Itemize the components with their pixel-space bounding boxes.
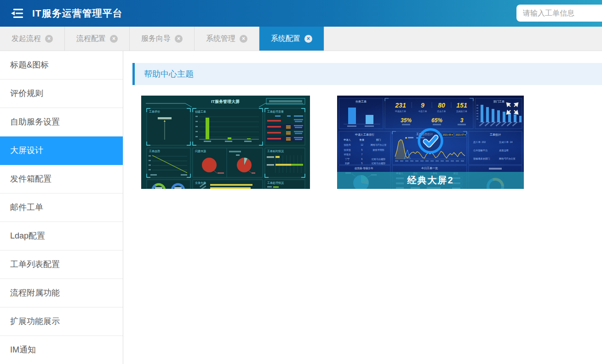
section-header: 帮助中心主题 (132, 63, 602, 85)
tab-label: 服务向导 (141, 34, 171, 44)
search-input[interactable] (516, 5, 602, 22)
section-title: 帮助中心主题 (144, 68, 194, 80)
micro-text-smudge (229, 151, 241, 153)
t1-panel-source-title: 问题来源 (195, 149, 206, 153)
rank-cell: 6 (361, 158, 363, 160)
stat-done-label: 完成的工单 (456, 110, 467, 113)
tab-start-process[interactable]: 发起流程 × (0, 27, 65, 51)
micro-text-smudge (267, 164, 274, 166)
tab-service-guide[interactable]: 服务向导 × (130, 27, 195, 51)
summary-done: 完成工单: 14 (499, 141, 513, 144)
tab-system-config[interactable]: 系统配置 × (259, 27, 324, 51)
rank-cell: 丁宁 (345, 158, 350, 160)
stat-applied-label: 申请的工单 (395, 110, 406, 113)
sidebar-item-im-notify[interactable]: IM通知 (0, 336, 123, 364)
t2-panel-summary-title: 工单统计 (490, 133, 501, 136)
sidebar-item-ldap-config[interactable]: Ldap配置 (0, 222, 123, 250)
tab-bar: 发起流程 × 流程配置 × 服务向导 × 系统管理 × 系统配置 × (0, 27, 602, 51)
rank-cell: 管理员 (344, 153, 351, 156)
rank-cell: 张思伟 (344, 143, 351, 147)
t1-panel-quality-title: 工单处理质量 (267, 110, 284, 114)
t1-panel-create-title: 创建工单 (195, 110, 206, 114)
summary-total: 总工单: 232 (473, 141, 486, 143)
micro-text-smudge (267, 156, 274, 158)
tab-close-icon[interactable]: × (304, 35, 312, 43)
stat-todo-value: 80 (438, 102, 445, 109)
tab-label: 发起流程 (11, 34, 41, 44)
t1-panel-eval-title: 工单评价 (149, 110, 160, 113)
stat-rate2: 65% (431, 117, 442, 124)
settings-sidebar: 标题&图标 评价规则 自助服务设置 大屏设计 发件箱配置 邮件工单 Ldap配置… (0, 51, 123, 364)
theme1-preview: IT服务管理大屏 (141, 96, 310, 189)
tab-label: 流程配置 (76, 34, 106, 44)
app-window: IT服务运营管理平台 发起流程 × 流程配置 × 服务向导 × 系统管理 × 系… (0, 0, 602, 364)
tab-close-icon[interactable]: × (175, 35, 183, 43)
sidebar-item-extensions[interactable]: 扩展功能展示 (0, 307, 123, 336)
t2-panel-rank-title: 申请人工单排行 (355, 133, 374, 136)
tab-system-manage[interactable]: 系统管理 × (195, 27, 259, 51)
summary-platform: 公共报修平台 (473, 149, 487, 152)
sidebar-item-mail-ticket[interactable]: 邮件工单 (0, 193, 123, 222)
stat-rate1: 35% (401, 117, 412, 124)
tab-close-icon[interactable]: × (110, 35, 118, 43)
main-content: 帮助中心主题 IT服务管理大屏 (123, 51, 602, 364)
stat-applied-value: 231 (395, 102, 406, 109)
rank-cell: 纪检与合规部 (372, 158, 385, 161)
sidebar-item-title-icon[interactable]: 标题&图标 (0, 51, 123, 80)
t2-panel-today-title: 今日工单一览 (421, 166, 438, 170)
rank-cell: 张俊强 (344, 148, 351, 152)
rank-cell: 刘婷 (345, 162, 350, 165)
micro-text-smudge (269, 100, 302, 102)
t2-panel-priority-title: 优先级-等级分布 (355, 167, 373, 170)
tab-label: 系统配置 (271, 34, 300, 44)
tab-label: 系统管理 (206, 34, 235, 44)
sidebar-item-process-addons[interactable]: 流程附属功能 (0, 279, 123, 307)
t2-panel-class-title: 分类工单 (355, 100, 367, 103)
t1-panel-handle-title: 工单处理情况 (267, 181, 284, 185)
micro-text-smudge (402, 124, 410, 125)
rank-cell: 纪检与合规部 (372, 162, 385, 165)
t1-panel-cost-title: 工单耗时情况 (267, 149, 284, 153)
t1-panel-trend-title: 工单趋势 (149, 149, 160, 153)
rank-cell: 财务管理部 (373, 148, 384, 152)
expand-fullscreen-icon[interactable] (505, 102, 519, 115)
rank-header-dept: 部门 (376, 138, 381, 142)
micro-text-smudge (218, 172, 224, 174)
sidebar-item-ticket-list-config[interactable]: 工单列表配置 (0, 250, 123, 279)
theme-caption-text: 经典大屏2 (407, 174, 453, 187)
micro-text-smudge (458, 124, 466, 125)
theme-card-classic-bigscreen-2[interactable]: 分类工单 231 9 80 151 (337, 96, 524, 189)
t2-panel-dept-title: 部门工单 (493, 100, 505, 103)
rank-header-count: 数量 (360, 138, 364, 141)
rank-header-applicant: 申请人 (344, 138, 351, 141)
theme-card-it-service-bigscreen[interactable]: IT服务管理大屏 (141, 96, 310, 189)
summary-most-dept-value: 网络与IT办公室 (499, 157, 516, 160)
theme1-title: IT服务管理大屏 (211, 99, 240, 104)
sidebar-item-outbox-config[interactable]: 发件箱配置 (0, 165, 123, 193)
date-filter-1[interactable]: 2021-06 ▾ (442, 133, 453, 136)
rank-cell: 5 (361, 162, 363, 165)
sidebar-item-selfservice[interactable]: 自助服务设置 (0, 108, 123, 136)
micro-text-smudge (158, 117, 172, 119)
rank-cell: 7 (361, 153, 363, 156)
summary-most-dept-label: 报修最多的部门 (473, 157, 490, 160)
stat-rate3: 3 (460, 117, 464, 124)
tab-close-icon[interactable]: × (45, 35, 53, 43)
micro-text-smudge (489, 168, 502, 170)
stat-today-value: 9 (421, 102, 424, 109)
tab-process-config[interactable]: 流程配置 × (65, 27, 130, 51)
date-filter-2[interactable]: 2021-07 ▾ (455, 133, 466, 136)
theme-gallery: IT服务管理大屏 (141, 96, 602, 189)
rank-cell: 网络与IT办公室 (371, 143, 386, 146)
app-header: IT服务运营管理平台 (0, 0, 602, 27)
selected-check-icon (417, 127, 444, 154)
stat-done-value: 151 (456, 102, 467, 109)
stat-today-label: 今日工单 (418, 110, 427, 113)
tab-close-icon[interactable]: × (240, 35, 247, 43)
collapse-menu-icon[interactable] (10, 8, 24, 18)
sidebar-item-bigscreen-design[interactable]: 大屏设计 (0, 136, 123, 165)
app-title: IT服务运营管理平台 (32, 7, 123, 20)
rank-cell: 12 (361, 143, 363, 146)
stat-todo-label: 待办工单 (436, 110, 446, 113)
sidebar-item-rating-rules[interactable]: 评价规则 (0, 80, 123, 108)
